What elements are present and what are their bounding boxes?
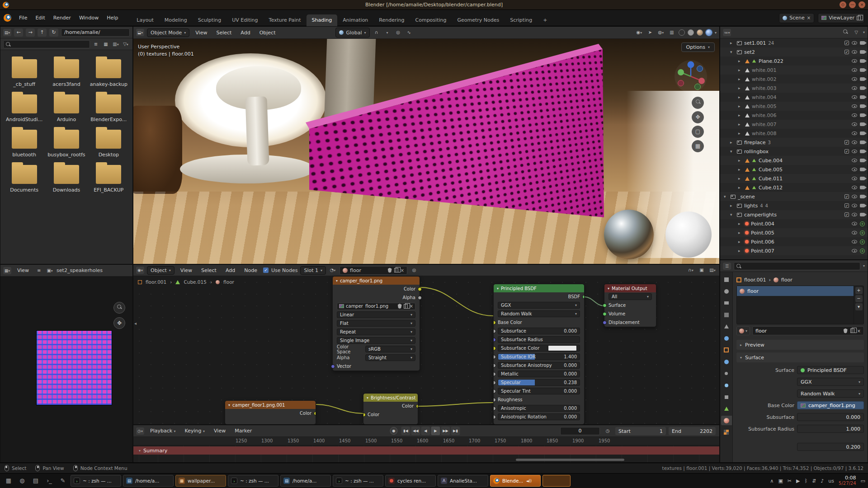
shading-rendered-icon[interactable] (706, 29, 712, 36)
collapse-icon[interactable]: ▾ (608, 286, 609, 291)
expand-icon[interactable]: ▸ (738, 176, 743, 181)
eye-icon[interactable] (852, 213, 857, 216)
folder-item[interactable]: busybox_rootfs (45, 130, 87, 158)
alpha-output-socket[interactable] (418, 296, 422, 300)
surface-shader-button[interactable]: Principled BSDF (797, 366, 864, 374)
pan-hand-icon[interactable]: ✥ (113, 317, 125, 329)
view-menu[interactable]: View (211, 427, 229, 435)
subsurface-anisotropy-slider[interactable]: Subsurface Anisotropy0.000 (498, 362, 580, 369)
shading-wireframe-icon[interactable] (679, 29, 685, 36)
clipboard-icon[interactable]: ▣ (778, 478, 783, 484)
camera-icon[interactable] (860, 168, 865, 171)
shading-options-icon[interactable]: ▾ (715, 31, 717, 35)
view-menu[interactable]: View (192, 28, 210, 37)
menu-help[interactable]: Help (103, 13, 122, 23)
add-menu[interactable]: Add (222, 266, 238, 275)
folder-item[interactable]: AndroidStudi... (3, 94, 45, 122)
tab-scripting[interactable]: Scripting (505, 14, 538, 26)
files-launcher-icon[interactable]: ▤ (30, 475, 42, 487)
tab-tool[interactable] (721, 275, 732, 284)
refresh-button[interactable]: ↻ (49, 28, 58, 37)
taskbar-window[interactable]: ▦wallpaper... (175, 475, 226, 487)
outliner-row[interactable]: ▾set2✓ (720, 47, 868, 56)
checkbox-icon[interactable]: ✓ (844, 149, 849, 154)
taskbar-window[interactable]: ›~ : zsh — ... (333, 475, 383, 487)
eye-icon[interactable] (852, 59, 857, 63)
outliner-row[interactable]: ▾_scene✓ (720, 192, 868, 201)
proportional-editing-icon[interactable]: ◎ (394, 29, 402, 36)
collapse-icon[interactable]: ▾ (367, 396, 368, 400)
unlink-material-icon[interactable]: × (401, 268, 404, 273)
eye-icon[interactable] (852, 50, 857, 54)
eye-icon[interactable] (852, 222, 857, 225)
subsurface-anisotropy-socket[interactable] (493, 363, 496, 367)
outliner-row[interactable]: ▸Cube.005 (720, 165, 868, 174)
checkbox-icon[interactable]: ✓ (844, 212, 849, 217)
roughness-socket[interactable] (493, 398, 496, 402)
summary-channel[interactable]: ▾Summary (133, 446, 719, 455)
node-menu[interactable]: Node (241, 266, 260, 275)
jump-to-start-button[interactable]: ▮◀ (401, 427, 410, 435)
snap-magnet-icon[interactable]: ∩▾ (687, 267, 695, 274)
subsurface-radius-field[interactable]: Subsurface Radius (498, 336, 580, 343)
media-icon[interactable]: ▶ (796, 478, 800, 484)
notifications-icon[interactable]: ▭ (861, 478, 865, 484)
outliner-row[interactable]: ▸Cube.004 (720, 156, 868, 165)
camera-icon[interactable] (860, 122, 865, 126)
fake-user-icon[interactable] (398, 304, 402, 309)
file-search-input[interactable] (3, 40, 90, 48)
add-workspace-button[interactable]: + (538, 14, 552, 26)
navigation-gizmo[interactable] (674, 60, 708, 93)
expand-icon[interactable]: ▸ (738, 68, 743, 72)
outliner-row[interactable]: ▸Point.005+ (720, 228, 868, 237)
eye-icon[interactable] (852, 68, 857, 72)
tab-output[interactable] (721, 298, 732, 308)
eye-icon[interactable] (852, 104, 857, 108)
options-button[interactable]: Options▾ (681, 42, 715, 52)
unlink-material-icon[interactable]: × (857, 328, 861, 333)
folder-item[interactable]: anakey-backup (88, 59, 130, 87)
editor-type-icon[interactable]: ▦▾ (3, 267, 11, 274)
eye-icon[interactable] (852, 195, 857, 198)
browse-material-icon[interactable]: ◔▾ (329, 267, 337, 274)
eye-icon[interactable] (852, 159, 857, 162)
tab-uv-editing[interactable]: UV Editing (226, 14, 263, 26)
window-menu-button[interactable]: ◇ (840, 1, 846, 8)
outliner-row[interactable]: ▸white.003 (720, 84, 868, 93)
anisotropic-rotation-slider[interactable]: Anisotropic Rotation0.000 (498, 413, 580, 420)
subsurface-socket[interactable] (493, 329, 496, 333)
surface-section-header[interactable]: ▾Surface (736, 352, 864, 362)
expand-icon[interactable]: ▸ (738, 77, 743, 81)
outliner-row[interactable]: ▸Plane.022 (720, 56, 868, 66)
menu-render[interactable]: Render (49, 13, 75, 23)
display-settings-icon[interactable]: ▥▾ (112, 41, 120, 48)
source-dropdown[interactable]: Single Image▾ (337, 337, 415, 344)
eye-icon[interactable] (852, 141, 857, 144)
subsurface-ior-socket[interactable] (493, 355, 496, 359)
specular-socket[interactable] (493, 380, 496, 385)
tab-view-layer[interactable] (721, 310, 732, 319)
expand-icon[interactable]: ▸ (738, 185, 743, 190)
sss-method-dropdown[interactable]: Random Walk▾ (498, 310, 580, 317)
viewport-canvas[interactable]: User Perspective (0) textures | floor.00… (133, 39, 719, 264)
filter-options-icon[interactable]: ▾ (863, 30, 865, 34)
subsurface-ior-slider[interactable]: Subsurface IOR1.400 (498, 353, 580, 360)
distribution-dropdown[interactable]: GGX▾ (498, 302, 580, 309)
visibility-eye-icon[interactable]: ◉▾ (635, 29, 643, 36)
folder-item[interactable]: Downloads (45, 165, 87, 193)
alpha-mode-dropdown[interactable]: Straight▾ (365, 354, 415, 361)
minimize-button[interactable]: — (849, 1, 856, 8)
move-view-icon[interactable]: ✥ (692, 111, 704, 123)
unlink-scene-icon[interactable]: × (807, 15, 811, 20)
camera-icon[interactable] (860, 68, 865, 72)
anisotropic-socket[interactable] (493, 406, 496, 410)
metallic-socket[interactable] (493, 372, 496, 376)
tab-object[interactable] (721, 345, 732, 355)
tab-modeling[interactable]: Modeling (159, 14, 193, 26)
play-button[interactable]: ▶ (431, 427, 440, 435)
playback-menu[interactable]: Playback ▾ (147, 427, 179, 435)
tab-sculpting[interactable]: Sculpting (193, 14, 226, 26)
overlays-icon[interactable]: ▣ (698, 267, 706, 274)
outliner-row[interactable]: ▸set1.00124✓ (720, 38, 868, 47)
expand-icon[interactable]: ▸ (730, 203, 735, 208)
